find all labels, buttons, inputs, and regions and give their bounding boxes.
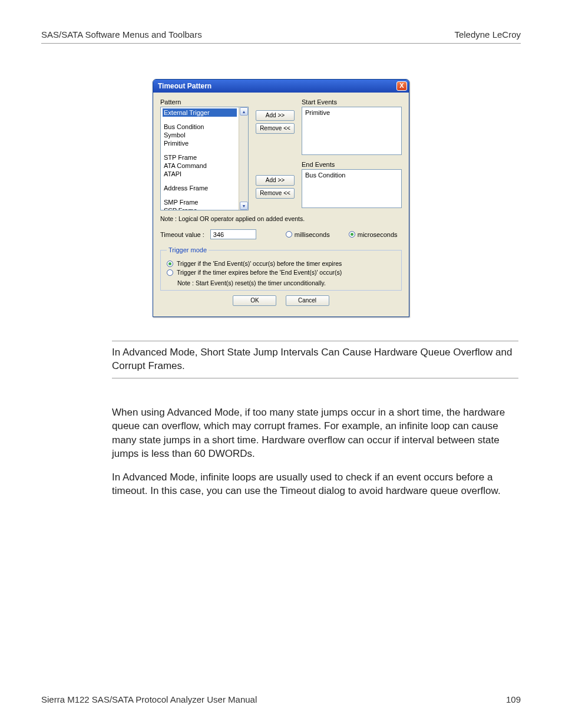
trigger-mode-group: Trigger mode Trigger if the 'End Event(s… [160, 246, 402, 291]
milliseconds-radio[interactable]: milliseconds [286, 231, 330, 238]
list-item[interactable]: Bus Condition [163, 123, 237, 131]
header-left: SAS/SATA Software Menus and Toolbars [41, 29, 202, 39]
list-item[interactable]: ATA Command [163, 162, 237, 170]
remove-end-button[interactable]: Remove << [256, 188, 295, 199]
chevron-up-icon[interactable]: ▴ [240, 107, 248, 116]
list-item[interactable]: Symbol [163, 131, 237, 139]
dialog-titlebar[interactable]: Timeout Pattern X [153, 80, 409, 93]
trigger-note: Note : Start Event(s) reset(s) the timer… [177, 279, 395, 286]
list-item[interactable]: External Trigger [163, 108, 237, 117]
end-events-label: End Events [302, 161, 402, 168]
list-item[interactable]: Primitive [304, 108, 399, 117]
add-start-button[interactable]: Add >> [256, 110, 295, 121]
list-item[interactable]: SMP Frame [163, 198, 237, 206]
close-icon[interactable]: X [396, 81, 407, 91]
trigger-opt1-label: Trigger if the 'End Event(s)' occur(s) b… [177, 260, 342, 267]
list-item[interactable]: ATAPI [163, 170, 237, 178]
pattern-listbox[interactable]: External TriggerBus ConditionSymbolPrimi… [160, 107, 249, 210]
header-right: Teledyne LeCroy [454, 29, 521, 39]
microseconds-label: microseconds [358, 231, 398, 238]
start-events-label: Start Events [302, 98, 402, 106]
trigger-mode-legend: Trigger mode [167, 246, 209, 253]
microseconds-radio[interactable]: microseconds [349, 231, 398, 238]
page-number: 109 [506, 694, 521, 704]
trigger-opt2-label: Trigger if the timer expires before the … [177, 269, 342, 276]
list-item[interactable]: Address Frame [163, 184, 237, 192]
remove-start-button[interactable]: Remove << [256, 123, 295, 134]
list-item[interactable]: SSP Frame [163, 206, 237, 210]
chevron-down-icon[interactable]: ▾ [240, 202, 248, 210]
timeout-pattern-dialog: Timeout Pattern X Pattern External Trigg… [153, 79, 409, 317]
timeout-label: Timeout value : [160, 231, 204, 238]
dialog-title: Timeout Pattern [158, 82, 211, 90]
trigger-before-timer-radio[interactable] [167, 261, 173, 267]
list-item[interactable]: Bus Condition [304, 171, 399, 179]
body-paragraph-2: In Advanced Mode, infinite loops are usu… [112, 470, 518, 498]
list-item[interactable]: Primitive [163, 139, 237, 147]
milliseconds-label: milliseconds [295, 231, 330, 238]
callout-heading: In Advanced Mode, Short State Jump Inter… [112, 341, 518, 378]
pattern-label: Pattern [160, 98, 249, 106]
or-operator-note: Note : Logical OR operator applied on ad… [160, 215, 402, 222]
timeout-value-input[interactable] [210, 229, 256, 239]
scrollbar[interactable]: ▴ ▾ [239, 107, 248, 210]
cancel-button[interactable]: Cancel [286, 295, 329, 306]
add-end-button[interactable]: Add >> [256, 175, 295, 186]
list-item[interactable]: STP Frame [163, 153, 237, 162]
ok-button[interactable]: OK [233, 295, 276, 306]
body-paragraph-1: When using Advanced Mode, if too many st… [112, 406, 518, 461]
footer-left: Sierra M122 SAS/SATA Protocol Analyzer U… [41, 694, 257, 704]
end-events-listbox[interactable]: Bus Condition [302, 169, 402, 208]
trigger-after-timer-radio[interactable] [167, 269, 173, 276]
start-events-listbox[interactable]: Primitive [302, 107, 402, 155]
